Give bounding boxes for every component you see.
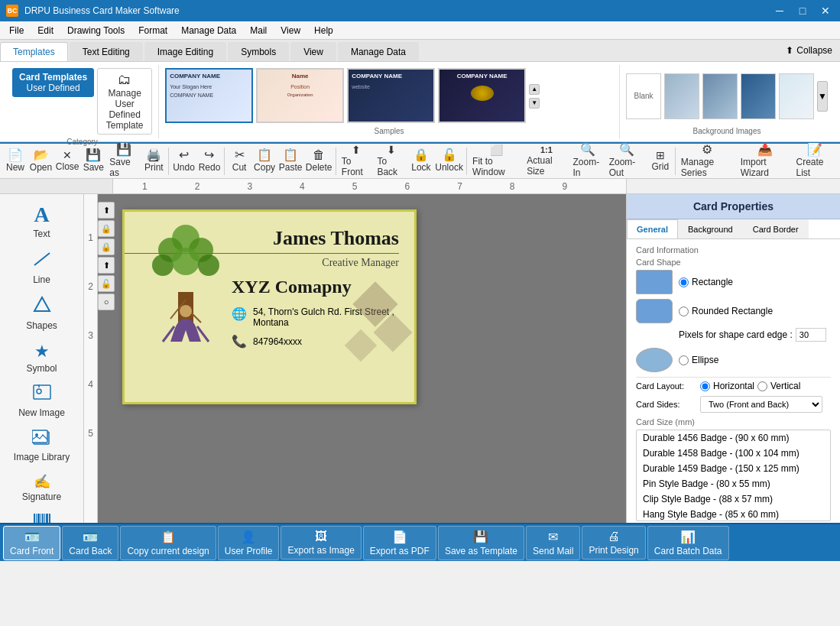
sidebar-item-symbol[interactable]: ★ Symbol	[3, 337, 80, 378]
menu-help[interactable]: Help	[308, 24, 339, 37]
bottom-send-mail[interactable]: ✉ Send Mail	[526, 526, 580, 560]
tab-symbols[interactable]: Symbols	[228, 42, 289, 61]
toolbar-redo[interactable]: ↪ Redo	[197, 148, 222, 174]
business-card[interactable]: James Thomas Creative Manager XYZ Comapn…	[122, 209, 417, 404]
tab-image-editing[interactable]: Image Editing	[144, 42, 226, 61]
toolbar-to-front[interactable]: ⬆ To Front	[339, 143, 374, 179]
sample-item-3[interactable]: COMPANY NAME website	[347, 68, 435, 123]
zoom-ctrl-5[interactable]: 🔓	[98, 275, 115, 292]
menu-mail[interactable]: Mail	[244, 24, 273, 37]
sidebar-item-new-image[interactable]: New Image	[3, 380, 80, 423]
minimize-btn[interactable]: ─	[771, 2, 788, 19]
manage-template-btn[interactable]: 🗂 Manage User Defined Template	[97, 68, 152, 135]
menu-view[interactable]: View	[274, 24, 306, 37]
sample-scroll[interactable]: ▲ ▼	[529, 68, 540, 124]
vert-radio-label[interactable]: Vertical	[757, 381, 800, 391]
bottom-print-design[interactable]: 🖨 Print Design	[582, 526, 645, 560]
pixels-input[interactable]	[796, 328, 826, 342]
toolbar-grid[interactable]: ⊞ Grid	[648, 148, 673, 174]
size-4[interactable]: Clip Style Badge - (88 x 57 mm)	[637, 491, 830, 507]
bottom-export-pdf[interactable]: 📄 Export as PDF	[363, 526, 436, 560]
zoom-ctrl-4[interactable]: ⬆	[98, 257, 115, 274]
toolbar-zoom-in[interactable]: 🔍 Zoom-In	[570, 142, 605, 180]
zoom-ctrl-1[interactable]: ⬆	[98, 202, 115, 219]
horiz-radio[interactable]	[700, 381, 710, 391]
sidebar-item-shapes[interactable]: Shapes	[3, 291, 80, 336]
toolbar-close[interactable]: ✕ Close	[54, 148, 80, 174]
ellipse-radio[interactable]	[679, 355, 689, 365]
toolbar-actual-size[interactable]: 1:1 Actual Size	[524, 144, 569, 178]
bottom-save-template[interactable]: 💾 Save as Template	[438, 526, 524, 560]
toolbar-lock[interactable]: 🔒 Lock	[409, 148, 433, 174]
toolbar-unlock[interactable]: 🔓 Unlock	[434, 148, 464, 174]
bg-img-2[interactable]	[702, 73, 738, 119]
bg-blank-btn[interactable]: Blank	[626, 73, 661, 119]
sample-item-2[interactable]: Name Position Organization	[256, 68, 344, 123]
toolbar-create-list[interactable]: 📝 Create List	[793, 142, 837, 180]
zoom-ctrl-2[interactable]: 🔒	[98, 220, 115, 237]
horiz-radio-label[interactable]: Horizontal	[700, 381, 754, 391]
sidebar-item-text[interactable]: A Text	[3, 198, 80, 244]
size-2[interactable]: Durable 1459 Badge - (150 x 125 mm)	[637, 461, 830, 476]
collapse-btn[interactable]: ⬆ Collapse	[778, 40, 840, 61]
size-5[interactable]: Hang Style Badge - (85 x 60 mm)	[637, 507, 830, 521]
bg-img-3[interactable]	[741, 73, 776, 119]
toolbar-copy[interactable]: 📋 Copy	[252, 148, 277, 174]
toolbar-cut[interactable]: ✂ Cut	[227, 148, 251, 174]
bottom-export-image[interactable]: 🖼 Export as Image	[281, 526, 361, 560]
maximize-btn[interactable]: □	[794, 2, 811, 19]
toolbar-fit-window[interactable]: ⬜ Fit to Window	[469, 143, 523, 179]
zoom-ctrl-3[interactable]: 🔒	[98, 238, 115, 255]
vert-radio[interactable]	[757, 381, 767, 391]
rect-radio-label[interactable]: Rectangle	[679, 277, 733, 287]
toolbar-to-back[interactable]: ⬇ To Back	[374, 143, 407, 179]
toolbar-delete[interactable]: 🗑 Delete	[304, 148, 333, 174]
toolbar-manage-series[interactable]: ⚙ Manage Series	[678, 142, 737, 180]
toolbar-save-as[interactable]: 💾 Save as	[106, 142, 141, 180]
tab-templates[interactable]: Templates	[0, 42, 68, 61]
props-tab-card-border[interactable]: Card Border	[743, 219, 809, 238]
menu-manage-data[interactable]: Manage Data	[175, 24, 242, 37]
close-btn[interactable]: ✕	[817, 2, 834, 19]
props-tab-general[interactable]: General	[627, 219, 678, 238]
menu-format[interactable]: Format	[132, 24, 174, 37]
card-templates-btn[interactable]: Card Templates User Defined	[12, 68, 94, 97]
bg-img-1[interactable]	[664, 73, 699, 119]
toolbar-zoom-out[interactable]: 🔍 Zoom-Out	[606, 142, 647, 180]
bottom-card-front[interactable]: 🪪 Card Front	[3, 526, 60, 560]
menu-file[interactable]: File	[3, 24, 30, 37]
tab-text-editing[interactable]: Text Editing	[70, 42, 143, 61]
bottom-card-back[interactable]: 🪪 Card Back	[62, 526, 118, 560]
menu-drawing-tools[interactable]: Drawing Tools	[61, 24, 131, 37]
sample-item-1[interactable]: COMPANY NAME Your Slogan Here COMPANY NA…	[165, 68, 253, 123]
ellipse-radio-label[interactable]: Ellipse	[679, 355, 718, 365]
sidebar-item-image-library[interactable]: Image Library	[3, 424, 80, 467]
rounded-radio-label[interactable]: Rounded Rectangle	[679, 306, 773, 316]
toolbar-new[interactable]: 📄 New	[3, 148, 28, 174]
toolbar-save[interactable]: 💾 Save	[81, 148, 105, 174]
toolbar-undo[interactable]: ↩ Undo	[171, 148, 196, 174]
card-sides-select[interactable]: Two (Front and Back) One (Front only)	[700, 396, 822, 413]
toolbar-print[interactable]: 🖨️ Print	[141, 148, 166, 174]
props-tab-background[interactable]: Background	[678, 219, 743, 238]
tab-manage-data[interactable]: Manage Data	[338, 42, 419, 61]
menu-edit[interactable]: Edit	[31, 24, 60, 37]
sidebar-item-barcode[interactable]: Barcode	[3, 508, 80, 523]
toolbar-import-wizard[interactable]: 📥 Import Wizard	[738, 142, 793, 180]
canvas-area[interactable]: 1 2 3 4 5 ⬆ 🔒 🔒 ⬆ 🔓 ○	[84, 194, 626, 523]
zoom-ctrl-6[interactable]: ○	[98, 294, 115, 310]
bottom-user-profile[interactable]: 👤 User Profile	[218, 526, 280, 560]
bottom-card-batch[interactable]: 📊 Card Batch Data	[647, 526, 729, 560]
toolbar-open[interactable]: 📂 Open	[28, 148, 54, 174]
card-size-list[interactable]: Durable 1456 Badge - (90 x 60 mm) Durabl…	[636, 430, 831, 521]
bottom-copy-design[interactable]: 📋 Copy current design	[120, 526, 216, 560]
size-3[interactable]: Pin Style Badge - (80 x 55 mm)	[637, 476, 830, 491]
rect-radio[interactable]	[679, 277, 689, 287]
size-0[interactable]: Durable 1456 Badge - (90 x 60 mm)	[637, 430, 830, 446]
toolbar-paste[interactable]: 📋 Paste	[277, 148, 303, 174]
size-1[interactable]: Durable 1458 Badge - (100 x 104 mm)	[637, 446, 830, 461]
tab-view[interactable]: View	[290, 42, 336, 61]
sample-item-4[interactable]: COMPANY NAME	[438, 68, 526, 123]
bg-img-4[interactable]	[779, 73, 814, 119]
rounded-radio[interactable]	[679, 307, 689, 316]
